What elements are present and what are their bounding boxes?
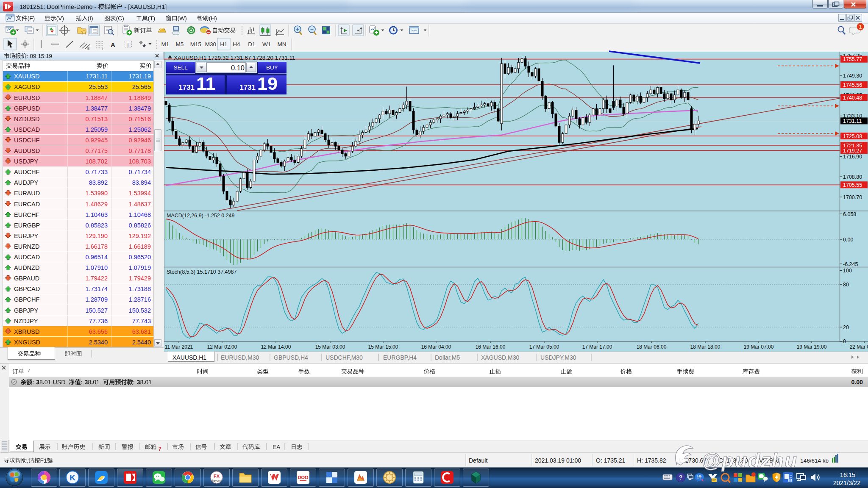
svg-text:19 Mar 19:00: 19 Mar 19:00 xyxy=(797,344,827,350)
svg-text:1755.77: 1755.77 xyxy=(843,56,862,62)
svg-text:100: 100 xyxy=(843,268,852,274)
svg-text:80: 80 xyxy=(843,282,849,288)
svg-text:1725.08: 1725.08 xyxy=(843,133,862,139)
svg-text:0: 0 xyxy=(843,338,846,344)
svg-text:Stoch(8,5,3) 15.1710 37.4987: Stoch(8,5,3) 15.1710 37.4987 xyxy=(167,269,236,275)
svg-text:1716.90: 1716.90 xyxy=(843,154,862,160)
svg-text:18 Mar 06:00: 18 Mar 06:00 xyxy=(637,344,667,350)
svg-text:1719.27: 1719.27 xyxy=(843,148,862,154)
svg-text:1731.11: 1731.11 xyxy=(843,118,862,124)
svg-text:XAUUSD,H1 1729.32 1731.67 17: XAUUSD,H1 1729.32 1731.67 1728.20 1731.1… xyxy=(174,55,295,61)
svg-text:1700.70: 1700.70 xyxy=(843,194,862,200)
svg-text:17 Mar 05:00: 17 Mar 05:00 xyxy=(529,344,559,350)
svg-text:15 Mar 03:00: 15 Mar 03:00 xyxy=(315,344,345,350)
svg-text:17 Mar 17:00: 17 Mar 17:00 xyxy=(582,344,612,350)
svg-text:MACD(12,26,9) -1.252 0.249: MACD(12,26,9) -1.252 0.249 xyxy=(167,213,235,219)
svg-text:16 Mar 16:00: 16 Mar 16:00 xyxy=(476,344,506,350)
svg-text:15 Mar 15:00: 15 Mar 15:00 xyxy=(368,344,398,350)
svg-text:-6.245: -6.245 xyxy=(843,261,858,267)
svg-text:1740.48: 1740.48 xyxy=(843,95,862,101)
svg-text:11 Mar 2021: 11 Mar 2021 xyxy=(165,344,193,350)
svg-text:1749.30: 1749.30 xyxy=(843,73,862,79)
svg-text:16 Mar 04:00: 16 Mar 04:00 xyxy=(421,344,451,350)
svg-text:6.058: 6.058 xyxy=(843,211,856,217)
svg-text:19 Mar 07:00: 19 Mar 07:00 xyxy=(744,344,774,350)
svg-text:12 Mar 14:00: 12 Mar 14:00 xyxy=(261,344,291,350)
svg-text:22 Mar 08:00: 22 Mar 08:00 xyxy=(850,344,868,350)
svg-text:18 Mar 18:00: 18 Mar 18:00 xyxy=(690,344,721,350)
svg-text:12 Mar 02:00: 12 Mar 02:00 xyxy=(207,344,237,350)
svg-text:0.00: 0.00 xyxy=(843,237,853,243)
svg-text:20: 20 xyxy=(843,324,849,330)
svg-text:1705.55: 1705.55 xyxy=(843,182,862,188)
svg-text:1745.56: 1745.56 xyxy=(843,82,862,88)
svg-text:1708.80: 1708.80 xyxy=(843,174,862,180)
